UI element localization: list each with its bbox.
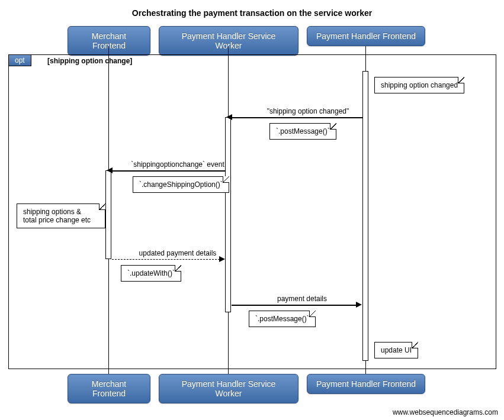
participant-service-worker-bottom: Payment Handler Service Worker [159, 374, 298, 403]
activation-service-worker [225, 117, 231, 312]
msg-shippingoptionchange-event: `shippingoptionchange` event [118, 160, 237, 169]
participant-merchant-frontend-top: Merchant Frontend [68, 26, 150, 56]
footer-attribution: www.websequencediagrams.com [393, 408, 498, 416]
arrow-msg4 [232, 305, 357, 306]
note-shipping-option-changed: shipping option changed [374, 77, 464, 93]
participant-service-worker-top: Payment Handler Service Worker [159, 26, 298, 56]
activation-merchant [105, 170, 111, 259]
note-changeshippingoption: `.changeShippingOption()` [133, 176, 229, 193]
arrow-msg3 [112, 259, 220, 260]
arrow-msg1 [232, 117, 363, 118]
arrow-msg2 [112, 170, 226, 172]
msg-shipping-option-changed: "shipping option changed" [249, 107, 367, 115]
note-postmessage-1: `.postMessage()` [269, 123, 336, 140]
note-line2: total price change etc [23, 216, 91, 224]
diagram-title: Orchestrating the payment transaction on… [0, 0, 504, 24]
note-updatewith: `.updateWith()` [121, 265, 181, 282]
participant-handler-frontend-bottom: Payment Handler Frontend [307, 374, 425, 394]
participant-merchant-frontend-bottom: Merchant Frontend [68, 374, 150, 403]
opt-guard: [shipping option change] [47, 57, 132, 65]
arrowhead-msg3 [219, 256, 225, 262]
msg-payment-details: payment details [249, 295, 355, 303]
arrowhead-msg1 [226, 114, 232, 120]
participant-handler-frontend-top: Payment Handler Frontend [307, 26, 425, 46]
note-line1: shipping options & [23, 208, 81, 216]
opt-tag: opt [9, 55, 31, 66]
note-shipping-options-total: shipping options & total price change et… [17, 203, 105, 228]
note-postmessage-2: `.postMessage()` [249, 311, 316, 327]
arrowhead-msg4 [356, 302, 362, 308]
arrowhead-msg2 [107, 167, 113, 173]
msg-updated-payment-details: updated payment details [130, 249, 225, 257]
note-update-ui: update UI [374, 342, 418, 358]
